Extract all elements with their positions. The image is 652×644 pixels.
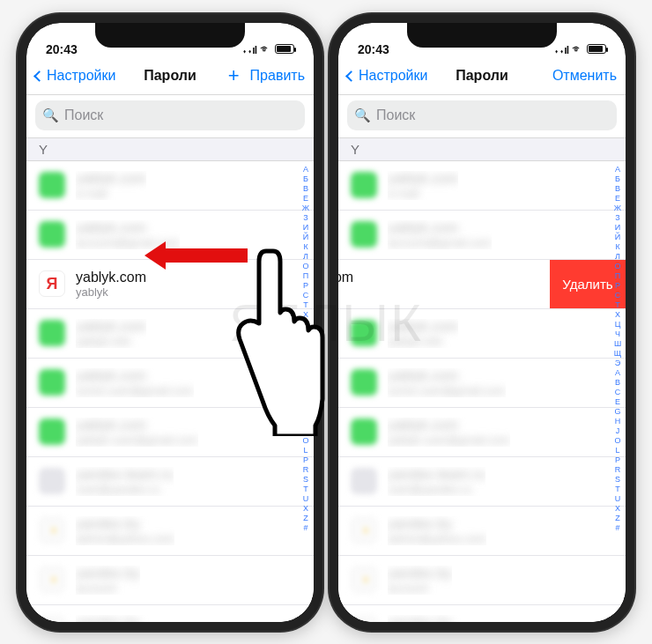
index-letter[interactable]: J bbox=[304, 426, 308, 435]
index-letter[interactable]: Э bbox=[303, 359, 308, 367]
password-row[interactable]: yandex.byone_two@mail.com bbox=[338, 605, 626, 622]
index-letter[interactable]: О bbox=[302, 262, 308, 270]
index-letter[interactable]: А bbox=[615, 165, 620, 174]
index-letter[interactable]: Е bbox=[303, 194, 308, 203]
az-index[interactable]: АБВЕЖЗИЙКЛОПРСТХЦЧШЩЭABCEGHJOLPRSTUXZ# bbox=[611, 161, 624, 622]
index-letter[interactable]: П bbox=[615, 271, 620, 280]
index-letter[interactable]: J bbox=[616, 426, 620, 435]
nav-back-button[interactable]: Настройки bbox=[347, 68, 427, 84]
index-letter[interactable]: Ч bbox=[303, 329, 308, 338]
password-row[interactable]: yablyk.comaccount@gmail.com bbox=[26, 211, 314, 260]
index-letter[interactable]: З bbox=[615, 213, 619, 222]
index-letter[interactable]: S bbox=[303, 475, 308, 484]
index-letter[interactable]: Ж bbox=[302, 204, 309, 212]
index-letter[interactable]: А bbox=[303, 165, 308, 174]
index-letter[interactable]: U bbox=[615, 494, 621, 503]
index-letter[interactable]: Й bbox=[615, 233, 620, 241]
index-letter[interactable]: H bbox=[615, 417, 621, 426]
index-letter[interactable]: H bbox=[303, 417, 309, 426]
index-letter[interactable]: C bbox=[303, 388, 309, 396]
index-letter[interactable]: Е bbox=[615, 194, 620, 203]
index-letter[interactable]: И bbox=[615, 223, 620, 232]
password-row[interactable]: yablyk.comsome-user@gmail.com bbox=[26, 359, 314, 408]
index-letter[interactable]: Б bbox=[615, 174, 620, 183]
index-letter[interactable]: L bbox=[615, 446, 619, 455]
index-letter[interactable]: O bbox=[614, 436, 620, 445]
password-row[interactable]: yablyk.come-mail bbox=[338, 161, 626, 211]
index-letter[interactable]: R bbox=[303, 465, 309, 474]
index-letter[interactable]: В bbox=[303, 184, 308, 193]
password-row[interactable]: yandex.byone_two@mail.com bbox=[26, 605, 314, 622]
index-letter[interactable]: Ж bbox=[614, 204, 621, 212]
password-row[interactable]: Яyablyk.comyablyk bbox=[26, 260, 314, 309]
index-letter[interactable]: Ц bbox=[615, 320, 621, 329]
index-letter[interactable]: C bbox=[615, 388, 621, 396]
index-letter[interactable]: X bbox=[615, 504, 620, 513]
index-letter[interactable]: # bbox=[303, 523, 307, 532]
index-letter[interactable]: С bbox=[615, 291, 621, 300]
nav-cancel-button[interactable]: Отменить bbox=[552, 68, 617, 84]
password-list[interactable]: yablyk.come-mailyablyk.comaccount@gmail.… bbox=[338, 161, 626, 622]
index-letter[interactable]: Л bbox=[303, 252, 308, 261]
password-list[interactable]: yablyk.come-mailyablyk.comaccount@gmail.… bbox=[26, 161, 314, 622]
password-row[interactable]: yablyk.comaccount@gmail.com bbox=[338, 211, 626, 260]
password-row[interactable]: yablyk.comyablyk-user@gmail.com bbox=[26, 408, 314, 457]
index-letter[interactable]: И bbox=[303, 223, 308, 232]
nav-back-button[interactable]: Настройки bbox=[35, 68, 115, 84]
password-row[interactable]: yablyk.comyablyk-info bbox=[26, 309, 314, 359]
index-letter[interactable]: Э bbox=[615, 359, 620, 367]
index-letter[interactable]: G bbox=[302, 407, 308, 416]
password-row[interactable]: yandex.byaccount bbox=[26, 556, 314, 605]
password-row[interactable]: yablyk.come-mail bbox=[26, 161, 314, 211]
index-letter[interactable]: T bbox=[615, 485, 620, 493]
index-letter[interactable]: Р bbox=[615, 281, 620, 290]
password-row[interactable]: yablyk.comyablyk-info bbox=[338, 309, 626, 359]
index-letter[interactable]: R bbox=[615, 465, 621, 474]
password-row[interactable]: blyk.comlykУдалить bbox=[338, 260, 626, 309]
index-letter[interactable]: O bbox=[302, 436, 308, 445]
index-letter[interactable]: B bbox=[615, 378, 620, 387]
nav-edit-button[interactable]: Править bbox=[250, 68, 305, 84]
index-letter[interactable]: L bbox=[303, 446, 307, 455]
index-letter[interactable]: К bbox=[303, 242, 307, 251]
password-row[interactable]: yablyk.comsome-user@gmail.com bbox=[338, 359, 626, 408]
search-field[interactable]: 🔍 Поиск bbox=[347, 100, 617, 130]
index-letter[interactable]: Щ bbox=[302, 349, 309, 358]
password-row[interactable]: yablyk.comyablyk-user@gmail.com bbox=[338, 408, 626, 457]
password-row[interactable]: yandex.byadmin@yahoo.com bbox=[26, 507, 314, 556]
index-letter[interactable]: Р bbox=[303, 281, 308, 290]
index-letter[interactable]: P bbox=[303, 455, 308, 464]
password-row[interactable]: yandex-team.ruuser@yandex.ru bbox=[26, 457, 314, 507]
index-letter[interactable]: A bbox=[615, 368, 620, 377]
password-row[interactable]: yandex.byadmin@yahoo.com bbox=[338, 507, 626, 556]
index-letter[interactable]: Z bbox=[303, 514, 308, 522]
index-letter[interactable]: Л bbox=[615, 252, 620, 261]
index-letter[interactable]: B bbox=[303, 378, 308, 387]
index-letter[interactable]: Х bbox=[303, 310, 308, 319]
password-row[interactable]: yandex.byaccount bbox=[338, 556, 626, 605]
index-letter[interactable]: Ш bbox=[302, 339, 309, 348]
index-letter[interactable]: С bbox=[303, 291, 309, 300]
index-letter[interactable]: E bbox=[303, 397, 308, 406]
nav-add-button[interactable]: + bbox=[228, 64, 240, 87]
index-letter[interactable]: P bbox=[615, 455, 620, 464]
az-index[interactable]: АБВЕЖЗИЙКЛОПРСТХЦЧШЩЭABCEGHJOLPRSTUXZ# bbox=[300, 161, 312, 622]
index-letter[interactable]: Т bbox=[303, 300, 308, 309]
index-letter[interactable]: Z bbox=[615, 514, 620, 522]
index-letter[interactable]: A bbox=[303, 368, 308, 377]
index-letter[interactable]: G bbox=[614, 407, 620, 416]
index-letter[interactable]: Ш bbox=[614, 339, 621, 348]
index-letter[interactable]: E bbox=[615, 397, 620, 406]
index-letter[interactable]: T bbox=[303, 485, 308, 493]
index-letter[interactable]: Й bbox=[303, 233, 308, 241]
index-letter[interactable]: U bbox=[303, 494, 309, 503]
search-field[interactable]: 🔍 Поиск bbox=[35, 100, 305, 130]
index-letter[interactable]: Ч bbox=[615, 329, 620, 338]
index-letter[interactable]: # bbox=[615, 523, 619, 532]
index-letter[interactable]: З bbox=[303, 213, 307, 222]
index-letter[interactable]: В bbox=[615, 184, 620, 193]
index-letter[interactable]: Щ bbox=[614, 349, 621, 358]
index-letter[interactable]: Ц bbox=[303, 320, 309, 329]
index-letter[interactable]: Х bbox=[615, 310, 620, 319]
index-letter[interactable]: П bbox=[303, 271, 308, 280]
